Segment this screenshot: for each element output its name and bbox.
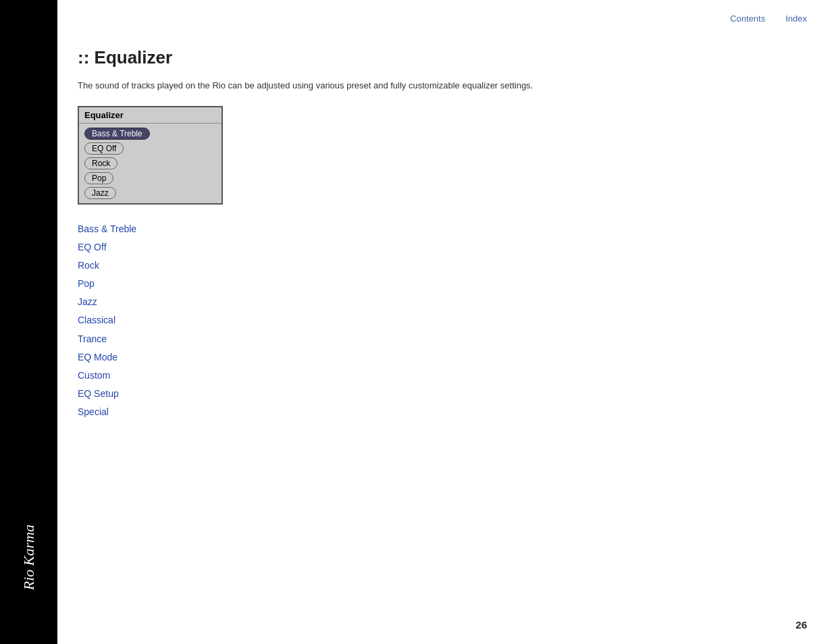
eq-menu-item[interactable]: Rock — [79, 156, 221, 171]
sidebar-label: Rio Karma — [20, 525, 38, 590]
eq-link[interactable]: EQ Off — [78, 239, 807, 256]
page-description: The sound of tracks played on the Rio ca… — [78, 79, 584, 92]
eq-link[interactable]: Jazz — [78, 294, 807, 311]
top-nav: Contents Index — [730, 14, 807, 24]
eq-link[interactable]: EQ Mode — [78, 349, 807, 366]
eq-link[interactable]: Custom — [78, 367, 807, 384]
eq-link[interactable]: Special — [78, 404, 807, 421]
eq-menu-items: Bass & TrebleEQ OffRockPopJazz — [79, 124, 221, 203]
contents-link[interactable]: Contents — [730, 14, 765, 24]
eq-link[interactable]: Bass & Treble — [78, 221, 807, 238]
links-section: Bass & TrebleEQ OffRockPopJazzClassicalT… — [78, 221, 807, 421]
eq-menu-item[interactable]: Bass & Treble — [79, 126, 221, 141]
eq-link[interactable]: Classical — [78, 312, 807, 329]
eq-menu-item[interactable]: EQ Off — [79, 141, 221, 156]
eq-link[interactable]: Trance — [78, 331, 807, 348]
page-number: 26 — [796, 619, 807, 630]
eq-menu-item[interactable]: Pop — [79, 171, 221, 186]
eq-menu-title: Equalizer — [79, 107, 221, 124]
eq-link[interactable]: EQ Setup — [78, 385, 807, 402]
eq-menu-item[interactable]: Jazz — [79, 186, 221, 200]
index-link[interactable]: Index — [785, 14, 807, 24]
eq-menu: Equalizer Bass & TrebleEQ OffRockPopJazz — [78, 106, 223, 205]
eq-link[interactable]: Rock — [78, 257, 807, 274]
page-title: :: Equalizer — [78, 47, 807, 68]
main-content: Contents Index :: Equalizer The sound of… — [57, 0, 834, 644]
left-sidebar: Rio Karma — [0, 0, 57, 644]
eq-link[interactable]: Pop — [78, 275, 807, 292]
